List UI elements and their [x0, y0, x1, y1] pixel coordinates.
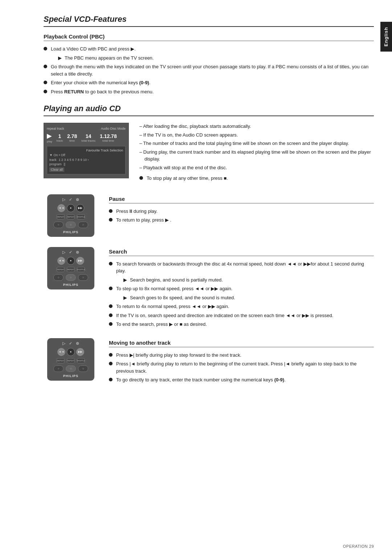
- special-vcd-title: Special VCD-Features: [44, 15, 374, 27]
- play-icon: ▶: [47, 132, 52, 140]
- remote-control-3: ▷ ✓ ⊛ ◄◄ ● ▶▶ REPEAT REPEAT: [47, 338, 94, 381]
- list-item: Press |◄ briefly during play to return t…: [109, 360, 374, 374]
- oval-btn-4[interactable]: ○: [53, 274, 64, 281]
- audio-cd-dash-list: After loading the disc, playback starts …: [139, 123, 374, 171]
- shuffle-btn-3[interactable]: SHUFFLE: [77, 358, 85, 363]
- list-item: ▶ Search goes to 8x speed, and the sound…: [109, 294, 374, 301]
- remote-control-2: ▷ ✓ ⊛ ◄◄ ● ▶▶ REPEAT REPEAT: [47, 247, 94, 289]
- repeat2-btn[interactable]: REPEAT: [67, 214, 75, 219]
- list-item: To step up to 8x normal speed, press ◄◄ …: [109, 285, 374, 292]
- fav-title: Favourite Track Selection: [49, 149, 123, 152]
- search-bullet-list: To search forwards or backwards through …: [109, 260, 374, 328]
- rewind-btn-3[interactable]: ◄◄: [57, 348, 65, 356]
- list-item: To go directly to any track, enter the t…: [109, 376, 374, 384]
- favourite-section: Favourite Track Selection ▼ On • Off tra…: [47, 146, 126, 174]
- ffwd-btn-3[interactable]: ▶▶: [76, 348, 84, 356]
- list-item: Playback will stop at the end of the dis…: [139, 164, 374, 171]
- oval-btn-5[interactable]: ○: [66, 274, 76, 281]
- arrow-text: The PBC menu appears on the TV screen.: [65, 54, 154, 62]
- list-item: Enter your choice with the numerical key…: [44, 79, 374, 86]
- stop-bullet-list: To stop play at any other time, press ■.: [139, 175, 374, 182]
- oval-btn-9[interactable]: ○: [78, 365, 88, 372]
- list-item: ▶ Search begins, and sound is partially …: [109, 276, 374, 284]
- center-btn-3[interactable]: ●: [67, 348, 75, 356]
- list-item: The number of tracks and the total playi…: [139, 140, 374, 147]
- list-item: If the TV is on, the Audio CD screen app…: [139, 131, 374, 139]
- track-label: track: [57, 139, 63, 142]
- pause-bullet-list: Press II during play. To return to play,…: [109, 208, 374, 224]
- check-icon-2: ✓: [69, 250, 72, 255]
- total-time-label: total time: [102, 139, 114, 142]
- center-btn-2[interactable]: ●: [67, 257, 75, 265]
- list-item: Press II during play.: [109, 208, 374, 215]
- repeat2-btn-2[interactable]: REPEAT: [67, 267, 75, 272]
- shuffle-btn-2[interactable]: SHUFFLE: [77, 267, 85, 272]
- shuffle-btn[interactable]: SHUFFLE: [77, 214, 85, 219]
- check-icon-3: ✓: [69, 341, 72, 346]
- list-item: To stop play at any other time, press ■.: [139, 175, 374, 182]
- bullet-dot: [44, 65, 47, 68]
- list-item: To return to 4x normal speed, press ◄◄ o…: [109, 303, 374, 310]
- oval-btn-7[interactable]: ○: [53, 365, 64, 372]
- bullet-text: To end the search, press ▶ or ■ as desir…: [116, 321, 207, 328]
- list-item: To return to play, press ▶ .: [109, 216, 374, 224]
- pbc-bullet-list: Load a Video CD with PBC and press ▶. ▶ …: [44, 45, 374, 95]
- remote-top-icons-3: ▷ ✓ ⊛: [62, 341, 79, 346]
- audio-cd-section: Playing an audio CD repeat track Audio D…: [44, 104, 374, 387]
- center-btn[interactable]: ●: [67, 204, 75, 212]
- repeat-btn[interactable]: REPEAT: [57, 214, 65, 219]
- oval-btn-8[interactable]: ○: [66, 365, 76, 372]
- oval-btn-1[interactable]: ○: [53, 222, 64, 228]
- moving-section: ▷ ✓ ⊛ ◄◄ ● ▶▶ REPEAT REPEAT: [44, 338, 374, 387]
- arrow-text: Search goes to 8x speed, and the sound i…: [130, 294, 235, 301]
- bullet-dot: [109, 362, 113, 365]
- bullet-dot: [109, 322, 113, 326]
- oval-btn-6[interactable]: ○: [78, 274, 88, 281]
- cd-screen-display: repeat track Audio Disc Mode ▶ play 1 tr…: [44, 123, 129, 178]
- play-icon-2: ▷: [62, 250, 65, 255]
- list-item: Press ▶| briefly during play to step for…: [109, 352, 374, 359]
- list-item: During play, the current track number an…: [139, 149, 374, 163]
- bullet-dot: [109, 378, 113, 381]
- bullet-dot: [109, 313, 113, 317]
- repeat-btn-3[interactable]: REPEAT: [57, 358, 65, 363]
- rewind-btn[interactable]: ◄◄: [57, 204, 65, 212]
- check-icon: ✓: [69, 197, 72, 202]
- rewind-btn-2[interactable]: ◄◄: [57, 257, 65, 265]
- remote-control-1: ▷ ✓ ⊛ ◄◄ ● ▶▶ REPEAT REPEAT: [47, 194, 94, 237]
- play-icon: ▷: [62, 197, 65, 202]
- audio-cd-text-col: After loading the disc, playback starts …: [139, 123, 374, 186]
- fav-program-label: program: [49, 162, 62, 166]
- arrow-text: Search begins, and sound is partially mu…: [130, 276, 223, 284]
- bullet-text: Press |◄ briefly during play to return t…: [116, 360, 374, 374]
- fav-track-label: track: [49, 158, 57, 162]
- bullet-dot: [109, 209, 113, 213]
- settings-icon: ⊛: [76, 197, 79, 202]
- total-time-val: 1.12.78: [100, 133, 117, 139]
- oval-btn-2[interactable]: ○: [66, 222, 76, 228]
- ffwd-btn[interactable]: ▶▶: [76, 204, 84, 212]
- bullet-dot: [109, 218, 113, 222]
- play-label: play: [47, 140, 52, 143]
- search-section: ▷ ✓ ⊛ ◄◄ ● ▶▶ REPEAT REPEAT: [44, 247, 374, 332]
- repeat2-btn-3[interactable]: REPEAT: [67, 358, 75, 363]
- bullet-dot: [109, 353, 113, 357]
- repeat-track-label: repeat track: [47, 127, 64, 130]
- fav-onoff: ▼ On • Off: [49, 153, 123, 157]
- audio-cd-title: Playing an audio CD: [44, 104, 374, 116]
- repeat-btn-2[interactable]: REPEAT: [57, 267, 65, 272]
- bullet-text: To return to play, press ▶ .: [116, 216, 171, 224]
- search-text-col: Search To search forwards or backwards t…: [109, 247, 374, 332]
- bullet-text: To return to 4x normal speed, press ◄◄ o…: [116, 303, 229, 310]
- moving-remote-col: ▷ ✓ ⊛ ◄◄ ● ▶▶ REPEAT REPEAT: [44, 338, 98, 384]
- bullet-dot: [44, 81, 47, 84]
- list-item: After loading the disc, playback starts …: [139, 123, 374, 130]
- arrow-icon: ▶: [123, 294, 127, 301]
- play-icon-3: ▷: [62, 341, 65, 346]
- fav-clear-all: Clear all: [49, 167, 64, 172]
- oval-btn-3[interactable]: ○: [78, 222, 88, 228]
- ffwd-btn-2[interactable]: ▶▶: [76, 257, 84, 265]
- bullet-text: Load a Video CD with PBC and press ▶.: [51, 45, 136, 53]
- arrow-icon: ▶: [58, 54, 62, 62]
- pause-remote-col: ▷ ✓ ⊛ ◄◄ ● ▶▶ REPEAT REPEAT: [44, 194, 98, 240]
